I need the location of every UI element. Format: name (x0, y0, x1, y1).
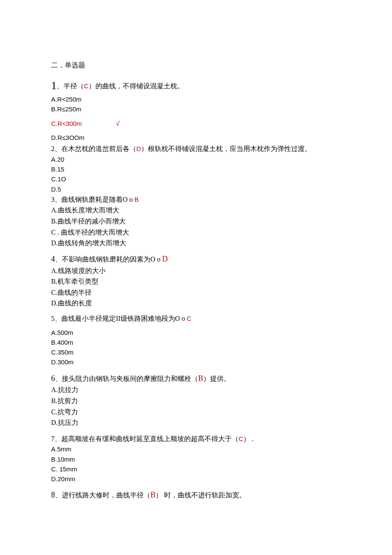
q7-choice-d: D.20mm (51, 474, 341, 484)
q3-choice-c: C . 曲线半径的增大而增大 (51, 227, 341, 238)
q3-choice-a: A.曲线长度增大而增大 (51, 205, 341, 216)
q2-choice-d: D.5 (51, 184, 341, 194)
q3-stem: 3、曲线钢轨磨耗是随着O o (51, 196, 135, 203)
q3-choice-b: B.曲线半径的减小而增大 (51, 216, 341, 227)
q1-answer: C (84, 82, 89, 90)
q4-choice-c: C.曲线的半径 (51, 287, 341, 298)
question-4-stem: 4、不影响曲线钢轨磨耗的因素为O o D (51, 253, 341, 265)
q6-answer: B (198, 374, 203, 383)
q3-choice-d: D.曲线转角的增大而增大 (51, 238, 341, 249)
q2-choice-a: A.20 (51, 154, 341, 164)
question-7-stem: 7、超高顺坡在有缓和曲线时延至直线上顺坡的超高不得大于（C） . (51, 433, 341, 445)
q1-choice-c-row: C.R<300m√ (51, 119, 341, 128)
q2-pre: 2、在木岔枕的道岔前后各（ (51, 145, 136, 152)
q4-answer: D (162, 255, 168, 263)
q2-post: ）根轨枕不得铺设混凝土枕，应当用木枕作为弹性过渡。 (141, 145, 311, 152)
q1-choice-b: B.R≤250m (51, 104, 341, 114)
question-5-stem: 5、曲线最小半径规定II级铁路困难地段为O o C (51, 313, 341, 324)
q5-choice-c: C.350m (51, 347, 341, 357)
q1-post: ）的曲线，不得铺设混凝土枕。 (89, 82, 184, 90)
q4-choice-d: D.曲线的长度 (51, 298, 341, 309)
q8-pre: 、进行线路大修时，曲线半径（ (55, 491, 150, 499)
q3-answer: B (135, 196, 139, 203)
q7-choice-c: C. 15mm (51, 464, 341, 474)
q5-stem: 5、曲线最小半径规定II级铁路困难地段为O o (51, 315, 187, 322)
q6-pre: 、接头阻力由钢轨与夹板间的摩擦阻力和螺栓（ (55, 375, 198, 382)
check-icon: √ (116, 120, 119, 127)
q6-choice-b: B.抗剪力 (51, 395, 341, 407)
q5-choice-a: A.500m (51, 328, 341, 337)
q5-answer: C (187, 315, 191, 322)
question-6-stem: 6、接头阻力由钢轨与夹板间的摩擦阻力和螺栓（B）提供。 (51, 372, 341, 385)
q8-post: ） 时，曲线不进行轨距加宽。 (156, 491, 246, 499)
q7-pre: 7、超高顺坡在有缓和曲线时延至直线上顺坡的超高不得大于（ (51, 435, 239, 442)
question-3-stem: 3、曲线钢轨磨耗是随着O o B (51, 194, 341, 205)
section-header: 二，单选题 (51, 60, 341, 71)
q1-choice-d: D.R≤3OOm (51, 133, 341, 142)
question-2-stem: 2、在木岔枕的道岔前后各（D）根轨枕不得铺设混凝土枕，应当用木枕作为弹性过渡。 (51, 143, 341, 154)
q2-choice-b: B.15 (51, 164, 341, 174)
q1-pre: 、半径（ (57, 82, 84, 90)
q4-choice-a: A.线路坡度的大小 (51, 265, 341, 276)
q8-answer: B (150, 491, 156, 499)
document-page: 二，单选题 1、半径（C）的曲线，不得铺设混凝土枕。 A.R<250m B.R≤… (0, 0, 392, 555)
q2-answer: D (136, 145, 141, 152)
question-1-stem: 1、半径（C）的曲线，不得铺设混凝土枕。 (51, 77, 341, 95)
q7-answer: C (239, 435, 243, 442)
q5-choice-b: B.400m (51, 337, 341, 347)
q6-choice-a: A.抗拉力 (51, 384, 341, 395)
q6-choice-d: D.抗压力 (51, 417, 341, 428)
q2-choice-c: C.1O (51, 174, 341, 184)
question-8-stem: 8、进行线路大修时，曲线半径（B） 时，曲线不进行轨距加宽。 (51, 489, 341, 501)
q4-stem: 、不影响曲线钢轨磨耗的因素为O o (55, 256, 162, 263)
q1-number: 1 (51, 79, 57, 92)
q6-number: 6 (51, 374, 55, 383)
q5-choice-d: D.300m (51, 357, 341, 367)
q1-choice-a: A.R<250m (51, 94, 341, 104)
q7-choice-a: A.5mm (51, 444, 341, 454)
q4-choice-b: B.机车牵引类型 (51, 276, 341, 287)
q6-post: ）提供。 (203, 375, 231, 382)
q8-number: 8 (51, 491, 55, 499)
q7-post: ） . (243, 435, 254, 442)
q1-choice-c: C.R<300m (51, 120, 82, 127)
q7-choice-b: B.10mm (51, 454, 341, 464)
q4-number: 4 (51, 255, 55, 263)
q6-choice-c: C.抗弯力 (51, 407, 341, 418)
